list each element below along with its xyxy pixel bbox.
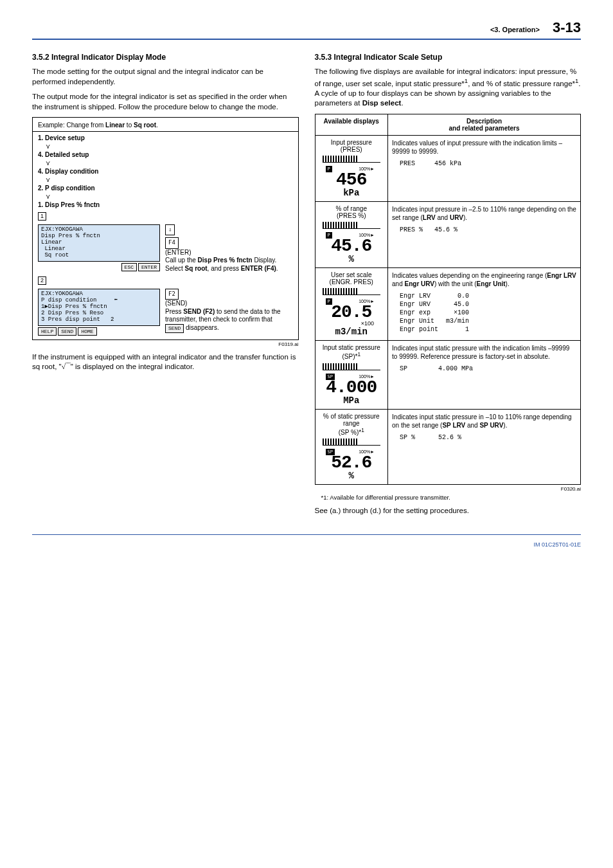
step-1b: 1. Disp Pres % fnctn [38, 201, 293, 208]
hint-text-1: Call up the Disp Pres % fnctn Display. S… [165, 257, 293, 273]
lcd-screen-2: EJX:YOKOGAWA P disp condition ⬅ 1▶Disp P… [38, 289, 160, 325]
step-4b: 4. Display condition [38, 168, 293, 175]
step-1: 1. Device setup [38, 134, 293, 141]
footer-docnum: IM 01C25T01-01E [533, 541, 581, 548]
hint-send: (SEND) [165, 300, 293, 308]
f4-key-icon: F4 [165, 237, 179, 248]
description-cell: Indicates values depending on the engine… [388, 268, 581, 341]
hint-enter: (ENTER) [165, 249, 293, 257]
send-key-inline: SEND [165, 324, 184, 333]
callout-2: 2 [38, 276, 46, 285]
callout-1: 1 [38, 212, 46, 221]
display-cell: % of static pressure range(SP %)*1SP100%… [315, 409, 388, 485]
hint-text-2: Press SEND (F2) to send the data to the … [165, 308, 293, 333]
table-row: Input pressure(PRES)P100%►456kPaIndicate… [315, 135, 581, 201]
example-caption: Example: Change from Linear to Sq root. [38, 122, 293, 129]
description-cell: Indicates input static pressure in –10 t… [388, 409, 581, 485]
section-heading-353: 3.5.3 Integral Indicator Scale Setup [315, 53, 582, 62]
th-available: Available displays [315, 114, 388, 135]
arrow-icon: ⋎ [46, 143, 293, 150]
arrow-icon: ⋎ [46, 193, 293, 200]
esc-key: ESC [121, 263, 137, 271]
down-arrow-icon: ⇩ [165, 224, 175, 235]
para-right-1: The following five displays are availabl… [315, 67, 582, 109]
table-row: User set scale(ENGR. PRES)P100%►20.5×100… [315, 268, 581, 341]
th-description: Descriptionand related parameters [388, 114, 581, 135]
description-cell: Indicates input pressure in –2.5 to 110%… [388, 202, 581, 268]
footnote-1: *1: Available for differential pressure … [321, 494, 582, 501]
home-key: HOME [78, 327, 96, 336]
step-2: 2. P disp condition [38, 185, 293, 192]
sqrt-icon: √‾‾ [62, 363, 71, 370]
para-left-1: The mode setting for the output signal a… [32, 67, 299, 87]
enter-key: ENTER [138, 263, 160, 271]
para-left-3: If the instrument is equipped with an in… [32, 352, 299, 372]
help-key: HELP [38, 327, 57, 336]
arrow-icon: ⋎ [46, 176, 293, 183]
send-key: SEND [58, 327, 76, 336]
table-row: % of range(PRES %)P100%►45.6%Indicates i… [315, 202, 581, 268]
table-row: Input static pressure(SP)*1SP100%►4.000M… [315, 341, 581, 410]
display-cell: Input pressure(PRES)P100%►456kPa [315, 135, 388, 201]
header-page: 3-13 [553, 19, 581, 36]
display-cell: % of range(PRES %)P100%►45.6% [315, 202, 388, 268]
example-figure: Example: Change from Linear to Sq root. … [32, 117, 299, 339]
para-left-2: The output mode for the integral indicat… [32, 92, 299, 112]
header-rule [32, 39, 581, 40]
figure-ref-1: F0319.ai [32, 341, 299, 347]
description-cell: Indicates values of input pressure with … [388, 135, 581, 201]
section-heading-352: 3.5.2 Integral Indicator Display Mode [32, 53, 299, 62]
description-cell: Indicates input static pressure with the… [388, 341, 581, 410]
left-column: 3.5.2 Integral Indicator Display Mode Th… [32, 50, 299, 521]
table-row: % of static pressure range(SP %)*1SP100%… [315, 409, 581, 485]
step-4a: 4. Detailed setup [38, 151, 293, 158]
header-chapter: <3. Operation> [490, 26, 540, 33]
f2-key-icon: F2 [165, 289, 179, 300]
display-cell: User set scale(ENGR. PRES)P100%►20.5×100… [315, 268, 388, 341]
display-cell: Input static pressure(SP)*1SP100%►4.000M… [315, 341, 388, 410]
arrow-icon: ⋎ [46, 159, 293, 167]
para-right-2: See (a.) through (d.) for the setting pr… [315, 506, 582, 516]
lcd-screen-1: EJX:YOKOGAWA Disp Pres % fnctn Linear Li… [38, 224, 160, 261]
right-column: 3.5.3 Integral Indicator Scale Setup The… [315, 50, 582, 521]
displays-table: Available displays Descriptionand relate… [315, 114, 582, 485]
figure-ref-2: F0320.ai [315, 486, 582, 492]
